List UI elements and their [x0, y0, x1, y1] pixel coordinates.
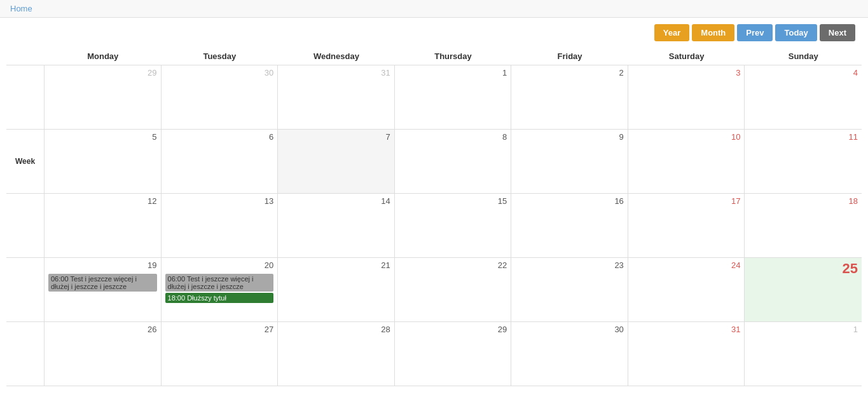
home-link[interactable]: Home	[10, 4, 32, 13]
day-number: 20	[165, 260, 274, 273]
day-number: 7	[282, 132, 390, 144]
header-tuesday: Tuesday	[162, 48, 279, 65]
day-cell[interactable]: 30	[162, 65, 279, 129]
day-cell[interactable]: 3	[628, 65, 745, 129]
event[interactable]: 06:00 Test i jeszcze więcej i dłużej i j…	[165, 274, 274, 292]
day-cell[interactable]: 28	[278, 322, 395, 386]
day-number: 11	[748, 132, 858, 144]
weeks-container: 2930311234Week56789101112131415161718190…	[6, 65, 862, 386]
day-cell[interactable]: 27	[162, 322, 279, 386]
event[interactable]: 18:00 Dłuższy tytuł	[165, 293, 274, 303]
week-row: 2627282930311	[6, 322, 862, 386]
day-number: 1	[748, 325, 858, 337]
day-cell[interactable]: 15	[395, 194, 512, 257]
day-number: 15	[399, 196, 507, 208]
day-cell[interactable]: 1	[395, 65, 512, 129]
week-label: Week	[6, 130, 45, 193]
day-cell[interactable]: 2	[511, 65, 628, 129]
day-cell[interactable]: 6	[162, 130, 279, 193]
day-number: 27	[165, 325, 274, 337]
week-label	[6, 65, 45, 129]
week-row: 2930311234	[6, 65, 862, 130]
day-cell[interactable]: 4	[745, 65, 862, 129]
day-number: 8	[399, 132, 507, 144]
day-cell[interactable]: 24	[628, 258, 745, 321]
day-cell[interactable]: 2006:00 Test i jeszcze więcej i dłużej i…	[162, 258, 279, 321]
day-cell[interactable]: 31	[278, 65, 395, 129]
day-cell[interactable]: 1906:00 Test i jeszcze więcej i dłużej i…	[45, 258, 162, 321]
week-row: 12131415161718	[6, 194, 862, 258]
day-number: 30	[515, 325, 624, 337]
month-button[interactable]: Month	[692, 24, 734, 41]
day-number: 10	[632, 132, 741, 144]
header-thursday: Thursday	[395, 48, 512, 65]
day-number: 18	[748, 196, 858, 208]
day-number: 24	[632, 260, 741, 273]
day-number: 22	[399, 260, 507, 273]
day-number: 1	[399, 68, 507, 80]
week-row: Week567891011	[6, 130, 862, 194]
day-cell[interactable]: 29	[395, 322, 512, 386]
day-number: 9	[515, 132, 624, 144]
day-cell[interactable]: 23	[511, 258, 628, 321]
calendar: Monday Tuesday Wednesday Thursday Friday…	[0, 48, 868, 386]
day-cell[interactable]: 29	[45, 65, 162, 129]
day-number: 2	[515, 68, 624, 80]
day-number: 3	[632, 68, 741, 80]
week-label	[6, 322, 45, 386]
day-number: 23	[515, 260, 624, 273]
day-cell[interactable]: 14	[278, 194, 395, 257]
header-monday: Monday	[45, 48, 162, 65]
day-cell[interactable]: 10	[628, 130, 745, 193]
day-number: 29	[48, 68, 157, 80]
day-cell[interactable]: 13	[162, 194, 279, 257]
day-cell[interactable]: 12	[45, 194, 162, 257]
event[interactable]: 06:00 Test i jeszcze więcej i dłużej i j…	[48, 274, 157, 292]
day-cell[interactable]: 9	[511, 130, 628, 193]
day-number: 26	[48, 325, 157, 337]
day-cell[interactable]: 16	[511, 194, 628, 257]
day-cell[interactable]: 1	[745, 322, 862, 386]
day-cell[interactable]: 5	[45, 130, 162, 193]
navbar: Home	[0, 0, 868, 18]
week-row: 1906:00 Test i jeszcze więcej i dłużej i…	[6, 258, 862, 322]
day-number: 21	[282, 260, 390, 273]
today-button[interactable]: Today	[775, 24, 816, 41]
header-wednesday: Wednesday	[278, 48, 395, 65]
week-label	[6, 194, 45, 257]
day-cell[interactable]: 7	[278, 130, 395, 193]
day-number: 17	[632, 196, 741, 208]
header-friday: Friday	[511, 48, 628, 65]
day-cell[interactable]: 25	[745, 258, 862, 321]
day-number: 13	[165, 196, 274, 208]
day-number: 12	[48, 196, 157, 208]
day-number: 29	[399, 325, 507, 337]
day-number: 5	[48, 132, 157, 144]
day-cell[interactable]: 30	[511, 322, 628, 386]
day-number: 25	[748, 260, 858, 279]
day-cell[interactable]: 17	[628, 194, 745, 257]
header-saturday: Saturday	[628, 48, 745, 65]
day-number: 19	[48, 260, 157, 273]
day-cell[interactable]: 31	[628, 322, 745, 386]
day-cell[interactable]: 26	[45, 322, 162, 386]
week-label-header	[6, 48, 45, 65]
day-cell[interactable]: 22	[395, 258, 512, 321]
day-cell[interactable]: 11	[745, 130, 862, 193]
day-number: 4	[748, 68, 858, 80]
prev-button[interactable]: Prev	[737, 24, 773, 41]
day-number: 31	[632, 325, 741, 337]
week-label	[6, 258, 45, 321]
day-headers: Monday Tuesday Wednesday Thursday Friday…	[6, 48, 862, 65]
day-cell[interactable]: 8	[395, 130, 512, 193]
year-button[interactable]: Year	[654, 24, 689, 41]
day-number: 31	[282, 68, 390, 80]
day-number: 6	[165, 132, 274, 144]
header-sunday: Sunday	[745, 48, 862, 65]
day-cell[interactable]: 18	[745, 194, 862, 257]
day-number: 28	[282, 325, 390, 337]
day-cell[interactable]: 21	[278, 258, 395, 321]
next-button[interactable]: Next	[820, 24, 855, 41]
toolbar: Year Month Prev Today Next	[0, 18, 868, 48]
day-number: 14	[282, 196, 390, 208]
